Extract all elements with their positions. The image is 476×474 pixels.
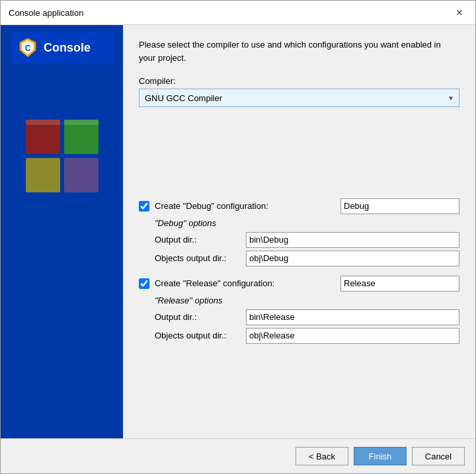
- release-config-title: Create "Release" configuration:: [155, 278, 335, 288]
- left-panel: C Console: [1, 25, 123, 438]
- release-output-dir-input[interactable]: [246, 309, 459, 325]
- release-output-dir-label: Output dir.:: [155, 312, 241, 322]
- debug-output-dir-label: Output dir.:: [155, 235, 241, 245]
- title-bar: Console application ✕: [1, 1, 475, 25]
- debug-objects-dir-label: Objects output dir.:: [155, 253, 241, 263]
- dialog-footer: < Back Finish Cancel: [1, 438, 475, 473]
- console-logo-banner: C Console: [11, 32, 113, 63]
- release-config-header: Create "Release" configuration:: [139, 276, 459, 292]
- release-output-dir-row: Output dir.:: [155, 309, 459, 325]
- debug-options: Output dir.: Objects output dir.:: [155, 232, 459, 266]
- debug-config-title: Create "Debug" configuration:: [155, 201, 335, 211]
- back-button[interactable]: < Back: [296, 447, 348, 465]
- shield-icon: C: [17, 37, 38, 58]
- debug-config-name-input[interactable]: [340, 198, 459, 214]
- debug-config-block: Create "Debug" configuration: "Debug" op…: [139, 198, 459, 266]
- debug-config-header: Create "Debug" configuration:: [139, 198, 459, 214]
- svg-text:C: C: [25, 44, 31, 53]
- release-options: Output dir.: Objects output dir.:: [155, 309, 459, 344]
- compiler-label: Compiler:: [139, 76, 459, 86]
- compiler-select[interactable]: GNU GCC Compiler Microsoft Visual C++ Cl…: [139, 89, 459, 107]
- right-panel: Please select the compiler to use and wh…: [123, 25, 475, 438]
- release-objects-dir-label: Objects output dir.:: [155, 331, 241, 340]
- finish-button[interactable]: Finish: [354, 447, 407, 465]
- release-config-block: Create "Release" configuration: "Release…: [139, 276, 459, 344]
- release-options-label: "Release" options: [155, 296, 459, 305]
- intro-text: Please select the compiler to use and wh…: [139, 38, 459, 64]
- release-config-name-input[interactable]: [340, 276, 459, 292]
- release-objects-dir-input[interactable]: [246, 328, 459, 344]
- console-label: Console: [44, 41, 91, 55]
- svg-rect-5: [26, 158, 60, 192]
- cube-graphic: [22, 116, 102, 196]
- dialog-title: Console application: [9, 8, 83, 18]
- debug-objects-dir-input[interactable]: [246, 251, 459, 266]
- release-config-checkbox[interactable]: [139, 278, 149, 289]
- cancel-button[interactable]: Cancel: [412, 447, 465, 465]
- debug-output-dir-row: Output dir.:: [155, 232, 459, 248]
- release-objects-dir-row: Objects output dir.:: [155, 328, 459, 344]
- compiler-section: Compiler: GNU GCC Compiler Microsoft Vis…: [139, 76, 459, 107]
- compiler-select-wrapper: GNU GCC Compiler Microsoft Visual C++ Cl…: [139, 89, 459, 107]
- dialog-body: C Console Please select the compi: [1, 25, 475, 438]
- debug-options-label: "Debug" options: [155, 218, 459, 228]
- console-application-dialog: Console application ✕ C Console: [0, 0, 476, 474]
- close-button[interactable]: ✕: [452, 6, 467, 19]
- debug-config-checkbox[interactable]: [139, 201, 149, 212]
- svg-rect-7: [26, 120, 60, 125]
- svg-rect-8: [64, 120, 99, 125]
- debug-objects-dir-row: Objects output dir.:: [155, 251, 459, 266]
- debug-output-dir-input[interactable]: [246, 232, 459, 248]
- svg-rect-6: [64, 158, 99, 192]
